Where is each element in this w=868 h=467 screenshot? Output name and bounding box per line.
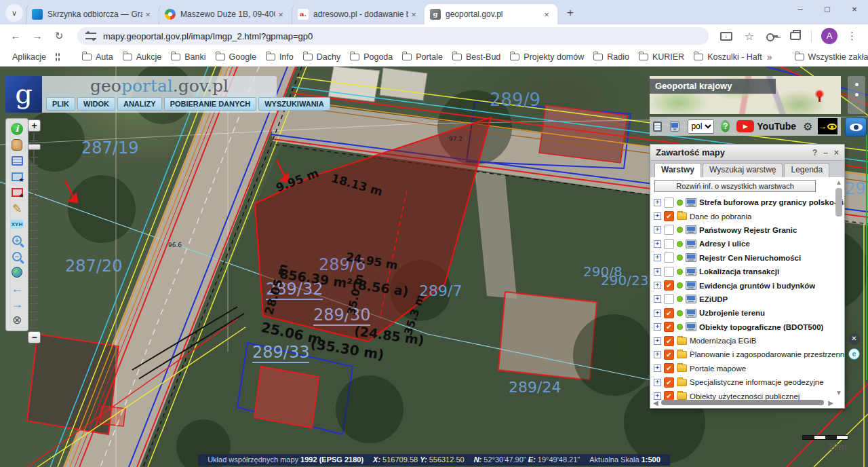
forward-icon[interactable]: → [28, 27, 46, 45]
bookmark-folder[interactable]: Best-Bud [452, 52, 500, 62]
zoom-slider-handle[interactable] [28, 144, 41, 150]
bookmark-folder[interactable]: KURIER [639, 52, 684, 62]
tab-close-icon[interactable]: × [275, 10, 286, 20]
layer-checkbox[interactable]: ✔ [664, 280, 674, 291]
vertical-scrollbar-thumb[interactable] [835, 188, 842, 217]
tab-close-icon[interactable]: × [408, 10, 419, 20]
back-icon[interactable]: ← [7, 27, 24, 45]
minimize-button[interactable]: – [787, 0, 814, 20]
site-info-icon[interactable] [85, 33, 96, 39]
maximize-button[interactable]: □ [814, 0, 841, 20]
expand-all-layers-button[interactable]: Rozwiń inf. o wszystkich warstwach [654, 180, 816, 192]
zoom-plus-button[interactable]: + [28, 119, 41, 132]
layer-checkbox[interactable] [664, 239, 674, 249]
printer-icon[interactable] [790, 32, 801, 40]
expand-icon[interactable]: + [654, 240, 661, 248]
scroll-down-icon[interactable]: ▼ [835, 389, 842, 396]
expand-icon[interactable]: + [654, 212, 661, 220]
zoom-minus-button[interactable]: − [28, 331, 41, 343]
edge-e-button[interactable]: e [848, 348, 860, 360]
apps-label[interactable]: Aplikacje [12, 52, 46, 62]
apps-grid-icon[interactable] [7, 52, 8, 61]
expand-icon[interactable]: + [654, 351, 661, 358]
overview-side-strip[interactable] [848, 76, 865, 114]
attribute-grid-icon[interactable] [653, 122, 662, 132]
bookmark-folder[interactable]: Google [216, 52, 256, 62]
full-extent-globe-icon[interactable] [9, 265, 25, 281]
reload-icon[interactable]: ↻ [50, 27, 68, 45]
layer-checkbox[interactable] [664, 225, 674, 235]
expand-icon[interactable]: + [654, 337, 661, 345]
password-key-icon[interactable] [766, 33, 778, 39]
bookmark-folder[interactable]: Koszulki - Haft [694, 52, 762, 62]
panel-minimize-icon[interactable]: – [823, 148, 828, 157]
expand-icon[interactable]: + [654, 254, 661, 261]
layer-checkbox[interactable]: ✔ [664, 363, 674, 373]
expand-icon[interactable]: + [654, 226, 661, 234]
expand-icon[interactable]: + [654, 310, 661, 317]
scroll-up-icon[interactable]: ▲ [835, 179, 842, 186]
install-app-icon[interactable]: ↓ [720, 32, 732, 41]
overview-title[interactable]: Geoportal krajowy [650, 79, 776, 94]
bookmark-folder[interactable]: Radio [593, 52, 629, 62]
url-text[interactable]: mapy.geoportal.gov.pl/imap/Imgp_2.html?g… [103, 31, 313, 41]
previous-view-icon[interactable]: ← [9, 280, 25, 297]
layer-checkbox[interactable]: ✔ [664, 308, 674, 318]
browser-tab[interactable]: Maszewo Duże 1B, 09-400 Mas× [159, 4, 292, 24]
browser-tab[interactable]: ggeoportal.gov.pl× [425, 4, 557, 24]
layer-checkbox[interactable] [664, 294, 674, 304]
wms-services-icon[interactable] [670, 122, 679, 132]
layer-checkbox[interactable] [664, 198, 674, 208]
layer-checkbox[interactable]: ✔ [664, 322, 674, 332]
browser-menu-icon[interactable]: ⋮ [847, 30, 857, 42]
bookmark-folder[interactable]: Info [266, 52, 294, 62]
bookmark-folder[interactable]: Aukcje [123, 52, 162, 62]
scroll-right-icon[interactable]: ▶ [828, 399, 833, 407]
zoom-out-icon[interactable]: − [9, 248, 25, 265]
tab-close-icon[interactable]: × [541, 10, 552, 20]
bookmarks-overflow-icon[interactable]: » [767, 52, 772, 62]
tab-warstwy[interactable]: Warstwy [654, 163, 701, 177]
pan-hand-icon[interactable] [9, 137, 25, 153]
expand-icon[interactable]: + [654, 199, 661, 206]
clear-selection-icon[interactable]: ★ [9, 185, 25, 201]
overview-map[interactable]: Geoportal krajowy [650, 76, 841, 114]
tab-close-icon[interactable]: × [142, 10, 153, 20]
layer-checkbox[interactable]: ✔ [664, 211, 674, 221]
menu-plik[interactable]: PLIK [46, 97, 75, 111]
bookmark-folder[interactable]: Auta [82, 52, 113, 62]
settings-wheel-icon[interactable]: ⚙ [803, 120, 812, 133]
layer-checkbox[interactable]: ✔ [664, 377, 674, 388]
menu-wyszukiwania[interactable]: WYSZUKIWANIA [258, 97, 330, 111]
expand-icon[interactable]: + [654, 323, 661, 331]
panel-help-icon[interactable]: ? [812, 148, 817, 157]
browser-tab[interactable]: a.adresowo.pl - dodawanie bezp× [292, 4, 425, 24]
accessibility-contrast-button[interactable]: → [818, 118, 837, 134]
bookmark-folder[interactable]: Dachy [303, 52, 340, 62]
panel-header[interactable]: Zawartość mapy ? – × [650, 145, 844, 161]
tab-legenda[interactable]: Legenda [784, 163, 829, 177]
menu-pobieranie-danych[interactable]: POBIERANIE DANYCH [164, 97, 257, 111]
bookmark-folder[interactable]: Pogoda [350, 52, 393, 62]
tab-search-chevron-icon[interactable]: ∨ [5, 4, 23, 22]
bookmark-folder[interactable]: Projekty domów [510, 52, 584, 62]
horizontal-scrollbar-thumb[interactable] [661, 400, 824, 405]
expand-icon[interactable]: + [654, 295, 661, 303]
coordinates-xyh-icon[interactable]: XYH [9, 217, 25, 233]
browser-tab[interactable]: Skrzynka odbiorcza — Grabow× [26, 4, 159, 24]
panel-close-icon[interactable]: × [834, 148, 839, 157]
attribute-table-icon[interactable] [9, 153, 25, 169]
new-tab-button[interactable]: + [561, 4, 579, 22]
expand-icon[interactable]: + [654, 268, 661, 276]
bookmark-folder[interactable]: Portale [402, 52, 443, 62]
zoom-slider-track[interactable] [30, 133, 38, 330]
layer-checkbox[interactable]: ✔ [664, 336, 674, 346]
select-by-rectangle-icon[interactable]: ★ [9, 169, 25, 185]
menu-analizy[interactable]: ANALIZY [117, 97, 162, 111]
next-view-icon[interactable]: → [9, 297, 25, 313]
expand-icon[interactable]: + [654, 282, 661, 289]
zoom-in-icon[interactable]: + [9, 233, 25, 249]
all-bookmarks-item[interactable]: Wszystkie zakładki [795, 52, 868, 62]
measure-pencil-icon[interactable]: ✎ [9, 201, 25, 217]
center-map-icon[interactable]: ⊗ [9, 312, 25, 329]
